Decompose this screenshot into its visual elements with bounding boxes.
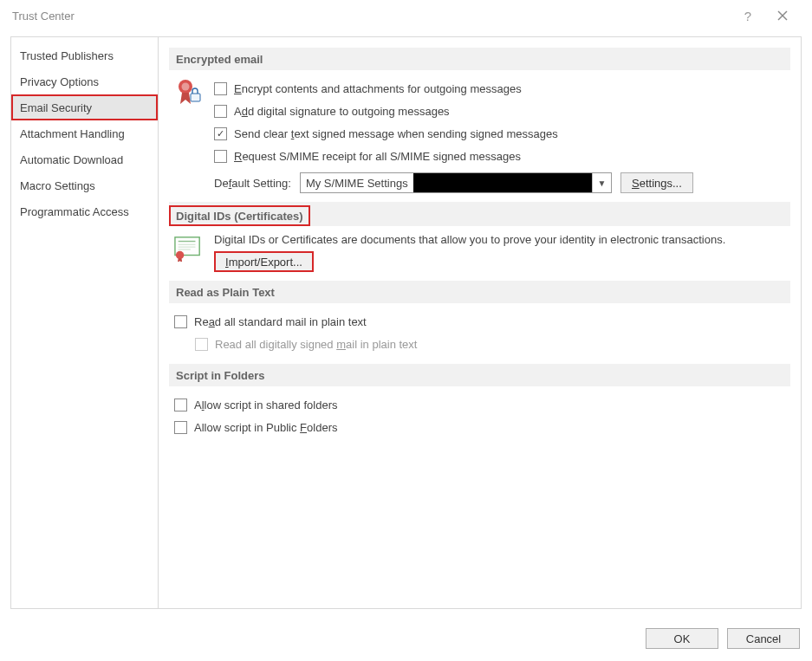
sidebar-item-privacy-options[interactable]: Privacy Options (11, 68, 158, 94)
dialog-footer: OK Cancel (646, 628, 800, 649)
script-shared-checkbox-row[interactable]: Allow script in shared folders (174, 393, 785, 416)
read-standard-label: Read all standard mail in plain text (194, 315, 367, 328)
help-button[interactable]: ? (731, 0, 765, 31)
main-panel: Encrypted email (159, 37, 801, 608)
section-body-plain-text: Read all standard mail in plain text Rea… (169, 303, 790, 360)
settings-button[interactable]: Settings... (620, 172, 693, 193)
section-header-plain-text: Read as Plain Text (169, 281, 790, 303)
sidebar-item-label: Programmatic Access (20, 205, 129, 218)
section-body-digital-ids: Digital IDs or Certificates are document… (169, 226, 790, 277)
encrypt-label: Encrypt contents and attachments for out… (234, 82, 522, 95)
clear-text-checkbox[interactable] (214, 127, 227, 140)
script-public-checkbox-row[interactable]: Allow script in Public Folders (174, 416, 785, 438)
read-signed-checkbox-row: Read all digitally signed mail in plain … (174, 333, 785, 355)
window-title: Trust Center (12, 10, 731, 23)
add-signature-checkbox[interactable] (214, 105, 227, 118)
section-body-encrypted: Encrypt contents and attachments for out… (169, 70, 790, 198)
titlebar: Trust Center ? (0, 0, 812, 31)
dialog-body: Trusted Publishers Privacy Options Email… (10, 36, 802, 609)
script-public-label: Allow script in Public Folders (194, 421, 337, 434)
sidebar-item-label: Automatic Download (20, 153, 123, 166)
combo-redacted (413, 173, 592, 192)
clear-text-label: Send clear text signed message when send… (234, 127, 558, 140)
svg-rect-4 (191, 94, 200, 101)
sidebar-item-email-security[interactable]: Email Security (11, 94, 158, 120)
sidebar-item-attachment-handling[interactable]: Attachment Handling (11, 120, 158, 146)
trust-center-window: Trust Center ? Trusted Publishers Privac… (0, 0, 812, 661)
sidebar: Trusted Publishers Privacy Options Email… (11, 37, 159, 608)
close-button[interactable] (765, 0, 800, 31)
read-signed-checkbox (195, 338, 208, 351)
sidebar-item-automatic-download[interactable]: Automatic Download (11, 146, 158, 172)
sidebar-item-trusted-publishers[interactable]: Trusted Publishers (11, 42, 158, 68)
certificate-icon (174, 233, 202, 264)
digital-ids-description: Digital IDs or Certificates are document… (214, 233, 785, 246)
svg-point-10 (176, 251, 184, 259)
add-signature-label: Add digital signature to outgoing messag… (234, 105, 450, 118)
sidebar-item-label: Email Security (20, 101, 92, 114)
combo-value: My S/MIME Settings (301, 177, 413, 190)
read-signed-label: Read all digitally signed mail in plain … (215, 338, 417, 351)
sidebar-item-label: Privacy Options (20, 75, 99, 88)
svg-point-3 (182, 83, 190, 91)
ok-button[interactable]: OK (646, 628, 718, 649)
cancel-button[interactable]: Cancel (727, 628, 800, 649)
sidebar-item-macro-settings[interactable]: Macro Settings (11, 172, 158, 198)
receipt-checkbox-row[interactable]: Request S/MIME receipt for all S/MIME si… (214, 145, 785, 167)
receipt-checkbox[interactable] (214, 150, 227, 163)
clear-text-checkbox-row[interactable]: Send clear text signed message when send… (214, 122, 785, 145)
script-shared-label: Allow script in shared folders (194, 399, 337, 412)
ribbon-lock-icon (174, 77, 202, 108)
encrypt-checkbox[interactable] (214, 82, 227, 95)
section-header-script: Script in Folders (169, 364, 790, 386)
default-setting-row: Default Setting: My S/MIME Settings ▼ Se… (214, 172, 785, 193)
sidebar-item-label: Attachment Handling (20, 127, 125, 140)
add-signature-checkbox-row[interactable]: Add digital signature to outgoing messag… (214, 100, 785, 122)
chevron-down-icon[interactable]: ▼ (592, 173, 611, 192)
sidebar-item-label: Trusted Publishers (20, 49, 114, 62)
import-export-button[interactable]: Import/Export... (214, 251, 314, 272)
encrypt-checkbox-row[interactable]: Encrypt contents and attachments for out… (214, 77, 785, 100)
default-setting-label: Default Setting: (214, 177, 291, 190)
receipt-label: Request S/MIME receipt for all S/MIME si… (234, 150, 521, 163)
default-setting-combo[interactable]: My S/MIME Settings ▼ (300, 172, 612, 193)
section-body-script: Allow script in shared folders Allow scr… (169, 386, 790, 444)
script-public-checkbox[interactable] (174, 421, 187, 434)
read-standard-checkbox[interactable] (174, 315, 187, 328)
sidebar-item-label: Macro Settings (20, 179, 95, 192)
read-standard-checkbox-row[interactable]: Read all standard mail in plain text (174, 310, 785, 333)
script-shared-checkbox[interactable] (174, 399, 187, 412)
section-header-digital-ids: Digital IDs (Certificates) (169, 205, 310, 226)
close-icon (777, 10, 788, 21)
section-header-encrypted: Encrypted email (169, 48, 790, 70)
sidebar-item-programmatic-access[interactable]: Programmatic Access (11, 198, 158, 224)
